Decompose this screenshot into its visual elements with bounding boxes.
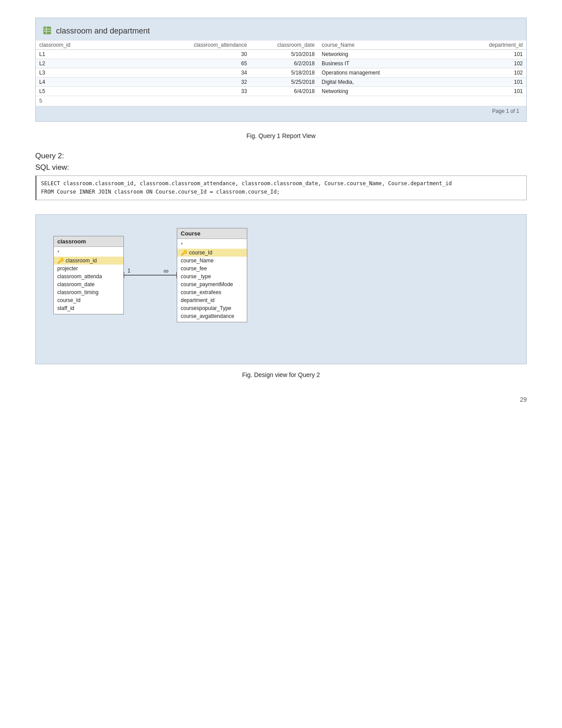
course-field-avgatt: course_avgattendance bbox=[177, 312, 247, 320]
cell-department_id: 101 bbox=[452, 87, 526, 96]
page-number: 29 bbox=[35, 396, 527, 403]
course-field-payment: course_paymentMode bbox=[177, 280, 247, 288]
classroom-field-date: classroom_date bbox=[54, 280, 123, 288]
footer-dept bbox=[452, 96, 526, 106]
cell-classroom_attendance: 30 bbox=[143, 50, 251, 59]
cell-department_id: 101 bbox=[452, 78, 526, 87]
classroom-field-asterisk: * bbox=[54, 249, 123, 257]
cell-classroom_attendance: 32 bbox=[143, 78, 251, 87]
classroom-field-pk: 🔑 classroom_id bbox=[54, 257, 123, 265]
col-header-course: course_Name bbox=[318, 41, 453, 50]
report-title: classroom and department bbox=[56, 26, 150, 36]
cell-department_id: 102 bbox=[452, 68, 526, 78]
footer-att bbox=[143, 96, 251, 106]
design-tables-container: classroom * 🔑 classroom_id projecter cla… bbox=[53, 228, 509, 322]
cell-classroom_id: L4 bbox=[36, 78, 143, 87]
classroom-field-timing: classroom_timing bbox=[54, 288, 123, 296]
table-row: L4325/25/2018Digital Media,101 bbox=[36, 78, 526, 87]
classroom-field-attendance: classroom_attenda bbox=[54, 273, 123, 280]
pagination: Page 1 of 1 bbox=[36, 106, 526, 114]
svg-rect-0 bbox=[44, 27, 51, 34]
fig1-caption: Fig. Query 1 Report View bbox=[35, 132, 527, 139]
classroom-pk-label: classroom_id bbox=[66, 258, 97, 264]
pk-icon-course: 🔑 bbox=[181, 250, 187, 256]
course-pk-label: course_Id bbox=[189, 250, 212, 256]
classroom-field-projecter: projecter bbox=[54, 265, 123, 273]
course-table: Course * 🔑 course_Id course_Name course_… bbox=[177, 228, 247, 322]
cell-classroom_attendance: 65 bbox=[143, 59, 251, 68]
cell-classroom_attendance: 33 bbox=[143, 87, 251, 96]
footer-date bbox=[250, 96, 318, 106]
cell-department_id: 101 bbox=[452, 50, 526, 59]
col-header-classroom-id: classroom_id bbox=[36, 41, 143, 50]
report-panel: classroom and department classroom_id cl… bbox=[35, 18, 527, 122]
sql-label: SQL view: bbox=[35, 163, 527, 172]
report-table: classroom_id classroom_attendance classr… bbox=[36, 41, 526, 106]
footer-count: 5 bbox=[36, 96, 143, 106]
report-header: classroom and department bbox=[36, 23, 526, 41]
cell-classroom_id: L3 bbox=[36, 68, 143, 78]
course-field-type: course _type bbox=[177, 273, 247, 280]
cell-classroom_date: 5/10/2018 bbox=[250, 50, 318, 59]
sql-line1: SELECT classroom.classroom_id, classroom… bbox=[41, 179, 522, 188]
cell-classroom_date: 5/18/2018 bbox=[250, 68, 318, 78]
table-header-row: classroom_id classroom_attendance classr… bbox=[36, 41, 526, 50]
relation-line-svg: 1 ∞ bbox=[124, 258, 177, 293]
course-field-pk: 🔑 course_Id bbox=[177, 249, 247, 257]
table-row: L2656/2/2018Business IT102 bbox=[36, 59, 526, 68]
query2-label: Query 2: bbox=[35, 152, 527, 161]
cell-classroom_date: 5/25/2018 bbox=[250, 78, 318, 87]
course-field-asterisk: * bbox=[177, 241, 247, 249]
table-footer-row: 5 bbox=[36, 96, 526, 106]
relation-connector: 1 ∞ bbox=[124, 258, 177, 293]
cell-course_Name: Operations management bbox=[318, 68, 453, 78]
cell-classroom_id: L1 bbox=[36, 50, 143, 59]
cell-course_Name: Networking bbox=[318, 87, 453, 96]
classroom-field-staffid: staff_id bbox=[54, 304, 123, 312]
table-row: L5336/4/2018Networking101 bbox=[36, 87, 526, 96]
course-field-extrafees: course_extrafees bbox=[177, 288, 247, 296]
course-field-fee: course_fee bbox=[177, 265, 247, 273]
design-panel: classroom * 🔑 classroom_id projecter cla… bbox=[35, 214, 527, 364]
col-header-attendance: classroom_attendance bbox=[143, 41, 251, 50]
classroom-field-courseid: course_Id bbox=[54, 296, 123, 304]
cell-classroom_id: L5 bbox=[36, 87, 143, 96]
classroom-table-body: * 🔑 classroom_id projecter classroom_att… bbox=[54, 247, 123, 314]
table-row: L1305/10/2018Networking101 bbox=[36, 50, 526, 59]
cell-classroom_id: L2 bbox=[36, 59, 143, 68]
classroom-table: classroom * 🔑 classroom_id projecter cla… bbox=[53, 236, 124, 314]
col-header-dept: department_id bbox=[452, 41, 526, 50]
classroom-table-header: classroom bbox=[54, 236, 123, 247]
cell-course_Name: Networking bbox=[318, 50, 453, 59]
svg-text:∞: ∞ bbox=[164, 267, 168, 275]
cell-course_Name: Digital Media, bbox=[318, 78, 453, 87]
cell-department_id: 102 bbox=[452, 59, 526, 68]
course-field-name: course_Name bbox=[177, 257, 247, 265]
cell-classroom_date: 6/4/2018 bbox=[250, 87, 318, 96]
sql-box: SELECT classroom.classroom_id, classroom… bbox=[35, 175, 527, 200]
pk-icon-classroom: 🔑 bbox=[57, 258, 64, 264]
course-field-popular: coursespopular_Type bbox=[177, 304, 247, 312]
col-header-date: classroom_date bbox=[250, 41, 318, 50]
sql-line2: FROM Course INNER JOIN classroom ON Cour… bbox=[41, 188, 522, 196]
cell-course_Name: Business IT bbox=[318, 59, 453, 68]
course-field-deptid: department_id bbox=[177, 296, 247, 304]
fig2-caption: Fig. Design view for Query 2 bbox=[35, 371, 527, 378]
course-table-header: Course bbox=[177, 228, 247, 239]
cell-classroom_attendance: 34 bbox=[143, 68, 251, 78]
cell-classroom_date: 6/2/2018 bbox=[250, 59, 318, 68]
svg-text:1: 1 bbox=[127, 267, 130, 274]
course-table-body: * 🔑 course_Id course_Name course_fee cou… bbox=[177, 239, 247, 322]
footer-course bbox=[318, 96, 453, 106]
table-icon bbox=[43, 26, 52, 36]
table-row: L3345/18/2018Operations management102 bbox=[36, 68, 526, 78]
